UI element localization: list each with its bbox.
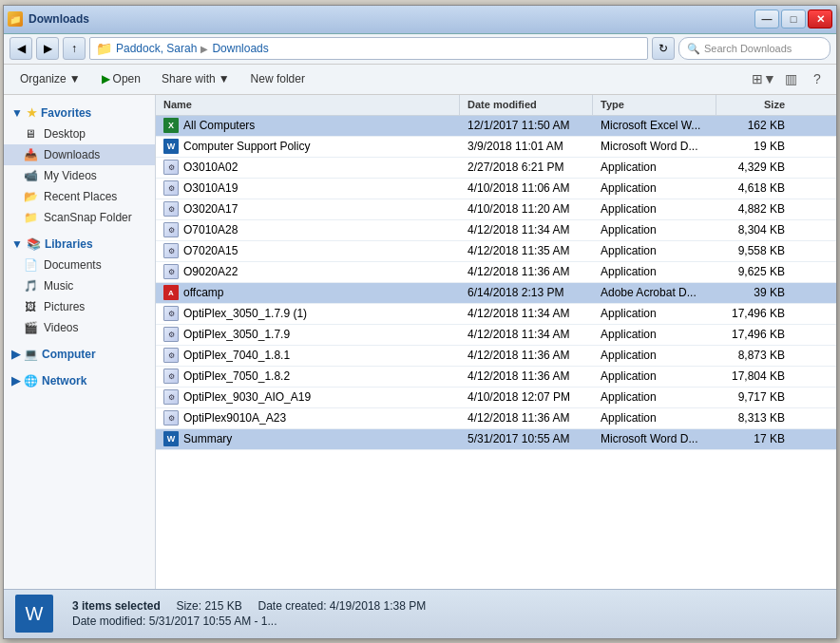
file-cell-name: ⚙ OptiPlex_3050_1.7.9: [156, 325, 460, 345]
column-header-size[interactable]: Size: [716, 95, 792, 115]
share-with-label: Share with: [162, 72, 216, 85]
up-button[interactable]: ↑: [63, 37, 86, 60]
sidebar-section-computer[interactable]: ▶ 💻 Computer: [4, 344, 155, 365]
computer-label: Computer: [42, 348, 96, 361]
explorer-window: 📁 Downloads — □ ✕ ◀ ▶ ↑ 📁 Paddock, Sarah…: [3, 5, 837, 639]
preview-pane-button[interactable]: ▥: [779, 67, 802, 90]
file-name-text: offcamp: [183, 286, 223, 299]
sidebar-item-scansnap[interactable]: 📁 ScanSnap Folder: [4, 207, 155, 228]
table-row[interactable]: W Summary 5/31/2017 10:55 AM Microsoft W…: [156, 429, 836, 450]
my-videos-icon: 📹: [23, 168, 38, 183]
column-header-type[interactable]: Type: [593, 95, 716, 115]
window-title: Downloads: [29, 12, 89, 26]
forward-button[interactable]: ▶: [36, 37, 59, 60]
sidebar-item-documents-label: Documents: [44, 258, 102, 272]
file-icon: ⚙: [163, 410, 179, 426]
minimize-button[interactable]: —: [754, 9, 779, 28]
sidebar-item-pictures[interactable]: 🖼 Pictures: [4, 296, 155, 317]
file-cell-name: ⚙ OptiPlex_7050_1.8.2: [156, 367, 460, 387]
file-list-header: Name Date modified Type Size: [156, 95, 836, 116]
file-name-text: O3010A19: [183, 181, 238, 195]
sidebar-item-pictures-label: Pictures: [44, 300, 85, 313]
table-row[interactable]: ⚙ O3010A19 4/10/2018 11:06 AM Applicatio…: [156, 179, 836, 199]
status-text: 3 items selected Size: 215 KB Date creat…: [72, 599, 426, 628]
file-cell-size: 4,618 KB: [716, 179, 792, 199]
file-cell-date: 4/12/2018 11:36 AM: [460, 262, 593, 282]
sidebar-item-downloads[interactable]: 📥 Downloads: [4, 144, 155, 165]
help-button[interactable]: ?: [806, 67, 829, 90]
file-cell-date: 12/1/2017 11:50 AM: [460, 116, 593, 136]
table-row[interactable]: W Computer Support Policy 3/9/2018 11:01…: [156, 137, 836, 158]
table-row[interactable]: ⚙ O3010A02 2/27/2018 6:21 PM Application…: [156, 158, 836, 179]
file-cell-date: 4/10/2018 12:07 PM: [460, 388, 593, 407]
libraries-icon: 📚: [27, 237, 41, 251]
file-cell-type: Application: [593, 262, 716, 282]
table-row[interactable]: ⚙ OptiPlex_7040_1.8.1 4/12/2018 11:36 AM…: [156, 346, 836, 367]
maximize-button[interactable]: □: [781, 9, 806, 28]
file-icon: ⚙: [163, 160, 179, 175]
sidebar-item-documents[interactable]: 📄 Documents: [4, 255, 155, 275]
table-row[interactable]: ⚙ O9020A22 4/12/2018 11:36 AM Applicatio…: [156, 262, 836, 283]
sidebar: ▼ ★ Favorites 🖥 Desktop 📥 Downloads 📹 My…: [4, 95, 156, 589]
organize-button[interactable]: Organize ▼: [11, 68, 89, 89]
sidebar-item-videos[interactable]: 🎬 Videos: [4, 317, 155, 338]
view-toggle-button[interactable]: ⊞▼: [753, 67, 775, 90]
status-bar: W 3 items selected Size: 215 KB Date cre…: [4, 589, 836, 638]
file-icon: ⚙: [163, 327, 179, 342]
table-row[interactable]: ⚙ OptiPlex_3050_1.7.9 (1) 4/12/2018 11:3…: [156, 304, 836, 325]
sidebar-item-desktop[interactable]: 🖥 Desktop: [4, 123, 155, 144]
breadcrumb[interactable]: 📁 Paddock, Sarah ▶ Downloads: [89, 37, 648, 60]
sidebar-item-recent-places[interactable]: 📂 Recent Places: [4, 186, 155, 207]
table-row[interactable]: ⚙ O7020A15 4/12/2018 11:35 AM Applicatio…: [156, 241, 836, 262]
file-cell-name: ⚙ O7020A15: [156, 241, 460, 261]
new-folder-button[interactable]: New folder: [242, 68, 314, 89]
sidebar-section-network[interactable]: ▶ 🌐 Network: [4, 370, 155, 391]
file-cell-date: 4/12/2018 11:36 AM: [460, 367, 593, 387]
open-button[interactable]: ▶ Open: [93, 68, 149, 89]
column-header-name[interactable]: Name: [156, 95, 460, 115]
file-cell-date: 2/27/2018 6:21 PM: [460, 158, 593, 178]
table-row[interactable]: ⚙ OptiPlex_7050_1.8.2 4/12/2018 11:36 AM…: [156, 367, 836, 388]
file-cell-name: ⚙ OptiPlex_3050_1.7.9 (1): [156, 304, 460, 324]
table-row[interactable]: ⚙ OptiPlex9010A_A23 4/12/2018 11:36 AM A…: [156, 408, 836, 429]
breadcrumb-icon: 📁: [96, 41, 112, 56]
network-collapse-icon: ▶: [11, 374, 20, 388]
sidebar-item-music[interactable]: 🎵 Music: [4, 275, 155, 296]
table-row[interactable]: ⚙ OptiPlex_9030_AIO_A19 4/10/2018 12:07 …: [156, 388, 836, 408]
file-cell-size: 9,558 KB: [716, 241, 792, 261]
favorites-icon: ★: [27, 106, 37, 120]
sidebar-section-favorites[interactable]: ▼ ★ Favorites: [4, 103, 155, 123]
close-button[interactable]: ✕: [808, 9, 832, 28]
file-cell-type: Application: [593, 304, 716, 324]
file-name-text: O7010A28: [183, 223, 238, 236]
file-cell-date: 4/12/2018 11:34 AM: [460, 304, 593, 324]
refresh-button[interactable]: ↻: [652, 37, 675, 60]
column-header-date[interactable]: Date modified: [460, 95, 593, 115]
libraries-collapse-icon: ▼: [11, 237, 23, 251]
file-rows-container: X All Computers 12/1/2017 11:50 AM Micro…: [156, 116, 836, 450]
file-icon: ⚙: [163, 243, 179, 258]
toolbar: Organize ▼ ▶ Open Share with ▼ New folde…: [4, 65, 836, 95]
breadcrumb-current[interactable]: Downloads: [212, 42, 268, 55]
file-icon: ⚙: [163, 201, 179, 217]
file-name-text: O3020A17: [183, 202, 238, 216]
table-row[interactable]: ⚙ O7010A28 4/12/2018 11:34 AM Applicatio…: [156, 220, 836, 241]
table-row[interactable]: X All Computers 12/1/2017 11:50 AM Micro…: [156, 116, 836, 137]
network-label: Network: [42, 374, 86, 388]
file-name-text: OptiPlex9010A_A23: [183, 411, 286, 425]
file-cell-date: 4/12/2018 11:34 AM: [460, 220, 593, 240]
sidebar-item-my-videos[interactable]: 📹 My Videos: [4, 165, 155, 186]
breadcrumb-root[interactable]: Paddock, Sarah: [116, 42, 197, 55]
sidebar-item-recent-places-label: Recent Places: [44, 190, 117, 203]
back-button[interactable]: ◀: [10, 37, 32, 60]
table-row[interactable]: ⚙ O3020A17 4/10/2018 11:20 AM Applicatio…: [156, 199, 836, 220]
sidebar-section-libraries[interactable]: ▼ 📚 Libraries: [4, 234, 155, 255]
search-bar[interactable]: 🔍 Search Downloads: [678, 37, 830, 60]
file-cell-name: ⚙ O7010A28: [156, 220, 460, 240]
file-name-text: O3010A02: [183, 161, 238, 174]
share-with-button[interactable]: Share with ▼: [153, 68, 239, 89]
table-row[interactable]: ⚙ OptiPlex_3050_1.7.9 4/12/2018 11:34 AM…: [156, 325, 836, 346]
sidebar-item-music-label: Music: [44, 279, 73, 293]
sidebar-item-scansnap-label: ScanSnap Folder: [44, 211, 132, 224]
table-row[interactable]: A offcamp 6/14/2018 2:13 PM Adobe Acroba…: [156, 283, 836, 304]
